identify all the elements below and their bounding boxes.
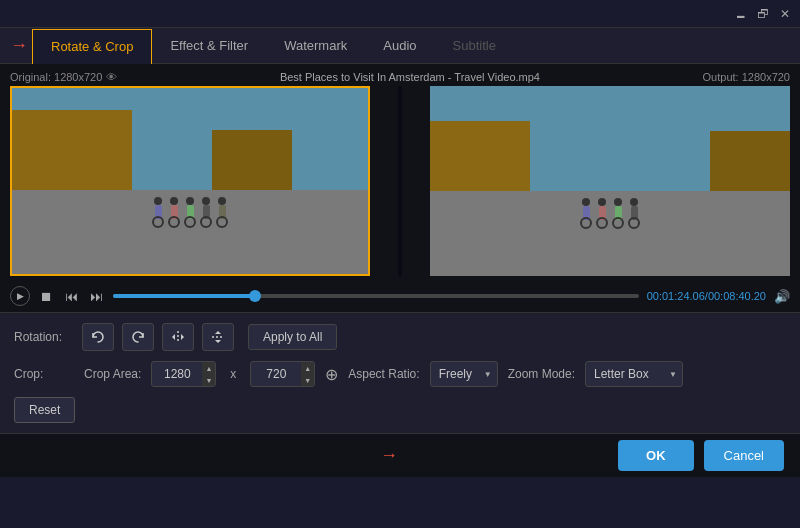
biker-r1	[580, 198, 592, 229]
bikers-group-right	[466, 134, 754, 229]
dimension-separator: x	[226, 367, 240, 381]
biker-head	[614, 198, 622, 206]
crop-width-input[interactable]	[152, 367, 202, 381]
biker-5	[216, 197, 228, 228]
eye-icon[interactable]: 👁	[106, 71, 117, 83]
biker-r2	[596, 198, 608, 229]
reset-row: Reset	[14, 397, 786, 423]
reset-button[interactable]: Reset	[14, 397, 75, 423]
ok-button[interactable]: OK	[618, 440, 694, 471]
left-preview-container	[10, 86, 370, 276]
biker-wheel	[580, 217, 592, 229]
aspect-ratio-label: Aspect Ratio:	[348, 367, 419, 381]
height-down-button[interactable]: ▼	[301, 374, 314, 386]
biker-head	[630, 198, 638, 206]
rotate-left-button[interactable]	[82, 323, 114, 351]
minimize-button[interactable]: 🗕	[734, 7, 748, 21]
rotate-right-button[interactable]	[122, 323, 154, 351]
crop-row: Crop: Crop Area: ▲ ▼ x ▲ ▼ ⊕ Aspect Rati…	[14, 361, 786, 387]
tab-watermark[interactable]: Watermark	[266, 28, 365, 63]
aspect-ratio-select-wrap: Freely 16:9 4:3 1:1 9:16 ▼	[430, 361, 498, 387]
tab-effect-filter[interactable]: Effect & Filter	[152, 28, 266, 63]
title-bar-controls: 🗕 🗗 ✕	[734, 7, 792, 21]
current-time: 00:01:24.06	[647, 290, 705, 302]
right-preview-container	[430, 86, 790, 276]
biker-wheel	[628, 217, 640, 229]
progress-thumb[interactable]	[249, 290, 261, 302]
time-display: 00:01:24.06/00:08:40.20	[647, 290, 766, 302]
zoom-mode-select-wrap: Letter Box Pan & Scan Full ▼	[585, 361, 683, 387]
biker-head	[582, 198, 590, 206]
cancel-button[interactable]: Cancel	[704, 440, 784, 471]
biker-wheel	[200, 216, 212, 228]
resize-icon: ⊕	[325, 365, 338, 384]
width-spinners: ▲ ▼	[202, 362, 215, 386]
controls-area: Rotation:	[0, 312, 800, 433]
flip-horizontal-button[interactable]	[162, 323, 194, 351]
left-video-scene	[12, 88, 368, 274]
biker-head	[186, 197, 194, 205]
progress-track[interactable]	[113, 294, 639, 298]
biker-r4	[628, 198, 640, 229]
crop-label: Crop:	[14, 367, 74, 381]
biker-head	[170, 197, 178, 205]
biker-head	[202, 197, 210, 205]
right-preview	[430, 86, 790, 276]
crop-height-input[interactable]	[251, 367, 301, 381]
biker-wheel	[216, 216, 228, 228]
right-video-scene	[430, 86, 790, 276]
prev-frame-button[interactable]: ⏮	[63, 289, 80, 304]
aspect-ratio-select[interactable]: Freely 16:9 4:3 1:1 9:16	[430, 361, 498, 387]
flip-vertical-button[interactable]	[202, 323, 234, 351]
total-time: 00:08:40.20	[708, 290, 766, 302]
biker-wheel	[152, 216, 164, 228]
bikers-group-left	[48, 135, 333, 228]
tab-bar: → Rotate & Crop Effect & Filter Watermar…	[0, 28, 800, 64]
width-down-button[interactable]: ▼	[202, 374, 215, 386]
preview-divider	[398, 86, 402, 276]
biker-2	[168, 197, 180, 228]
biker-wheel	[612, 217, 624, 229]
biker-wheel	[184, 216, 196, 228]
width-up-button[interactable]: ▲	[202, 362, 215, 374]
video-area: Original: 1280x720 👁 Best Places to Visi…	[0, 64, 800, 280]
height-input-wrap: ▲ ▼	[250, 361, 315, 387]
original-resolution: Original: 1280x720	[10, 71, 102, 83]
biker-head	[154, 197, 162, 205]
left-preview[interactable]	[10, 86, 370, 276]
biker-wheel	[596, 217, 608, 229]
tab-arrow-icon: →	[10, 35, 28, 56]
previews-row	[10, 86, 790, 276]
zoom-mode-select[interactable]: Letter Box Pan & Scan Full	[585, 361, 683, 387]
tab-subtitle: Subtitle	[435, 28, 514, 63]
biker-4	[200, 197, 212, 228]
stop-button[interactable]: ⏹	[38, 289, 55, 304]
maximize-button[interactable]: 🗗	[756, 7, 770, 21]
biker-head	[598, 198, 606, 206]
video-info-row: Original: 1280x720 👁 Best Places to Visi…	[10, 68, 790, 86]
volume-icon[interactable]: 🔊	[774, 289, 790, 304]
filename: Best Places to Visit In Amsterdam - Trav…	[117, 71, 702, 83]
next-frame-button[interactable]: ⏭	[88, 289, 105, 304]
zoom-mode-label: Zoom Mode:	[508, 367, 575, 381]
biker-3	[184, 197, 196, 228]
title-bar: 🗕 🗗 ✕	[0, 0, 800, 28]
width-input-wrap: ▲ ▼	[151, 361, 216, 387]
tab-audio[interactable]: Audio	[365, 28, 434, 63]
play-button[interactable]: ▶	[10, 286, 30, 306]
biker-1	[152, 197, 164, 228]
height-up-button[interactable]: ▲	[301, 362, 314, 374]
bottom-arrow-icon: →	[380, 445, 398, 466]
rotation-row: Rotation:	[14, 323, 786, 351]
height-spinners: ▲ ▼	[301, 362, 314, 386]
apply-to-all-button[interactable]: Apply to All	[248, 324, 337, 350]
bottom-bar: → OK Cancel	[0, 433, 800, 477]
biker-wheel	[168, 216, 180, 228]
rotation-label: Rotation:	[14, 330, 74, 344]
crop-area-label: Crop Area:	[84, 367, 141, 381]
progress-fill	[113, 294, 255, 298]
close-button[interactable]: ✕	[778, 7, 792, 21]
playback-bar: ▶ ⏹ ⏮ ⏭ 00:01:24.06/00:08:40.20 🔊	[0, 280, 800, 312]
tab-rotate-crop[interactable]: Rotate & Crop	[32, 29, 152, 64]
output-resolution: Output: 1280x720	[703, 71, 790, 83]
